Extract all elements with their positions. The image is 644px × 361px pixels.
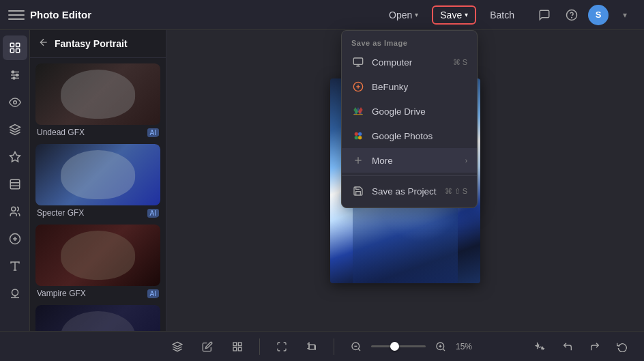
svg-marker-13 bbox=[10, 152, 20, 162]
avatar[interactable]: S bbox=[588, 5, 609, 25]
canvas-area: Save as Image Computer ⌘ S bbox=[166, 30, 644, 331]
svg-point-30 bbox=[355, 132, 358, 136]
effect-thumb-undead bbox=[35, 63, 160, 125]
open-button[interactable]: Open ▾ bbox=[381, 6, 426, 24]
dropdown-section-title: Save as Image bbox=[342, 35, 477, 50]
dropdown-divider bbox=[342, 175, 477, 176]
svg-line-44 bbox=[358, 349, 360, 351]
effect-item-outerworld[interactable]: Outerworld GFX AI bbox=[35, 305, 160, 331]
svg-point-23 bbox=[12, 289, 18, 295]
menu-icon[interactable] bbox=[8, 7, 25, 23]
svg-rect-4 bbox=[16, 49, 19, 53]
panel-header: Fantasy Portrait bbox=[30, 30, 166, 58]
tool-preview[interactable] bbox=[3, 90, 27, 115]
main-area: Fantasy Portrait Undead GFX AI Specter G… bbox=[0, 30, 644, 331]
effect-label-vampire: Vampire GFX AI bbox=[35, 286, 160, 298]
svg-rect-2 bbox=[10, 43, 14, 46]
tool-layers[interactable] bbox=[3, 172, 27, 197]
plus-icon bbox=[351, 154, 365, 167]
ai-badge-specter: AI bbox=[147, 209, 159, 218]
svg-rect-37 bbox=[233, 343, 237, 346]
open-chevron-icon: ▾ bbox=[415, 11, 418, 18]
svg-marker-36 bbox=[173, 342, 181, 347]
save-to-computer[interactable]: Computer ⌘ S bbox=[342, 50, 477, 74]
tool-text[interactable] bbox=[3, 254, 27, 278]
computer-shortcut: ⌘ S bbox=[453, 58, 467, 67]
svg-rect-3 bbox=[16, 43, 19, 46]
zoom-slider[interactable] bbox=[371, 345, 426, 347]
save-chevron-icon: ▾ bbox=[465, 11, 468, 18]
svg-point-32 bbox=[355, 136, 358, 139]
svg-rect-5 bbox=[10, 49, 14, 53]
tool-export[interactable] bbox=[3, 227, 27, 251]
panel-back-button[interactable] bbox=[38, 37, 49, 50]
header-right-actions: S ▾ bbox=[533, 4, 636, 26]
ai-badge-vampire: AI bbox=[147, 289, 159, 298]
reset-button[interactable] bbox=[611, 336, 633, 358]
grid-tool[interactable] bbox=[226, 336, 248, 358]
magic-tool[interactable] bbox=[529, 336, 551, 358]
save-to-gphotos[interactable]: Google Photos bbox=[342, 124, 477, 148]
chat-icon-button[interactable] bbox=[533, 4, 555, 26]
save-dropdown-menu: Save as Image Computer ⌘ S bbox=[341, 30, 478, 208]
header: Photo Editor Open ▾ Save ▾ Batch S ▾ bbox=[0, 0, 644, 30]
svg-rect-27 bbox=[353, 58, 362, 64]
tool-users[interactable] bbox=[3, 199, 27, 224]
svg-point-10 bbox=[16, 74, 18, 76]
tool-adjust[interactable] bbox=[3, 63, 27, 87]
expand-tool[interactable] bbox=[271, 336, 293, 358]
tool-paint[interactable] bbox=[3, 117, 27, 142]
tool-stamp[interactable] bbox=[3, 281, 27, 306]
svg-rect-42 bbox=[309, 345, 314, 349]
svg-rect-40 bbox=[233, 347, 237, 351]
panel-title: Fantasy Portrait bbox=[55, 38, 128, 49]
batch-button[interactable]: Batch bbox=[482, 6, 523, 24]
save-more[interactable]: More › bbox=[342, 148, 477, 173]
zoom-percent: 15% bbox=[456, 342, 478, 351]
befunky-icon bbox=[351, 80, 365, 93]
zoom-in-button[interactable] bbox=[430, 336, 452, 358]
effects-panel: Fantasy Portrait Undead GFX AI Specter G… bbox=[30, 30, 166, 331]
svg-point-17 bbox=[11, 207, 15, 211]
crop-tool[interactable] bbox=[301, 336, 323, 358]
layers-tool[interactable] bbox=[166, 336, 188, 358]
effect-thumb-outerworld bbox=[35, 305, 160, 331]
zoom-control: 15% bbox=[345, 336, 478, 358]
panel-items-list: Undead GFX AI Specter GFX AI Vampire bbox=[30, 58, 166, 331]
adjust-tool[interactable] bbox=[196, 336, 218, 358]
save-to-gdrive[interactable]: Google Drive bbox=[342, 99, 477, 124]
save-button[interactable]: Save ▾ bbox=[432, 5, 476, 25]
zoom-out-button[interactable] bbox=[345, 336, 367, 358]
zoom-slider-thumb[interactable] bbox=[390, 342, 399, 351]
svg-point-12 bbox=[13, 101, 16, 104]
svg-point-31 bbox=[358, 132, 362, 136]
redo-button[interactable] bbox=[584, 336, 606, 358]
effect-thumb-specter bbox=[35, 144, 160, 205]
svg-point-33 bbox=[358, 136, 362, 139]
svg-rect-39 bbox=[238, 347, 241, 351]
save-as-project[interactable]: Save as Project ⌘ ⇧ S bbox=[342, 179, 477, 203]
ai-badge-undead: AI bbox=[147, 128, 159, 137]
project-shortcut: ⌘ ⇧ S bbox=[445, 187, 467, 196]
effect-label-undead: Undead GFX AI bbox=[35, 125, 160, 137]
help-icon-button[interactable] bbox=[561, 4, 583, 26]
monitor-icon bbox=[351, 55, 365, 69]
left-toolbar bbox=[0, 30, 30, 331]
effect-thumb-vampire bbox=[35, 225, 160, 286]
svg-rect-38 bbox=[238, 343, 241, 346]
more-arrow-icon: › bbox=[465, 157, 467, 164]
svg-point-9 bbox=[12, 71, 14, 73]
save-to-befunky[interactable]: BeFunky bbox=[342, 74, 477, 99]
undo-button[interactable] bbox=[557, 336, 579, 358]
tool-effects[interactable] bbox=[3, 35, 27, 60]
bottom-toolbar: 15% bbox=[0, 331, 644, 361]
app-logo: Photo Editor bbox=[30, 9, 91, 20]
header-expand-icon[interactable]: ▾ bbox=[614, 4, 636, 26]
effect-item-undead[interactable]: Undead GFX AI bbox=[35, 63, 160, 137]
bottom-right-tools bbox=[529, 336, 633, 358]
effect-item-vampire[interactable]: Vampire GFX AI bbox=[35, 225, 160, 298]
tool-star[interactable] bbox=[3, 145, 27, 169]
svg-point-11 bbox=[13, 77, 15, 79]
effect-item-specter[interactable]: Specter GFX AI bbox=[35, 144, 160, 218]
project-save-icon bbox=[351, 184, 365, 198]
